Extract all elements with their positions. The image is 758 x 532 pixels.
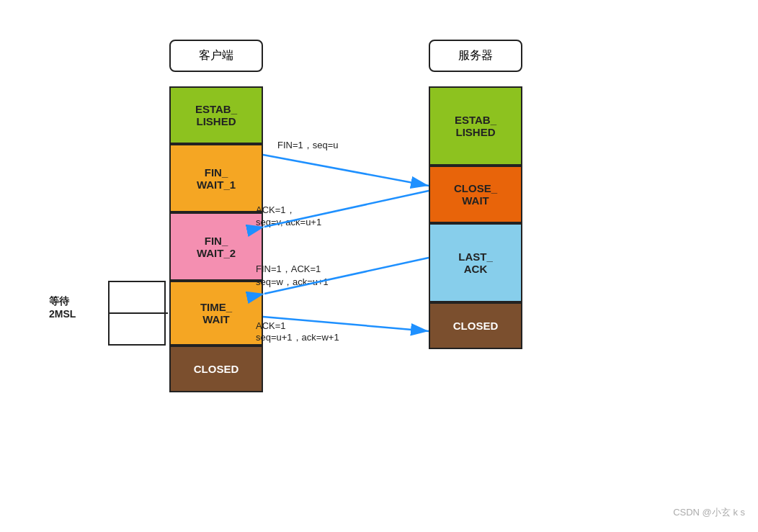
- client-header: 客户端: [169, 40, 263, 72]
- server-closed: CLOSED: [429, 302, 522, 349]
- arrow1-line: [263, 155, 429, 186]
- arrow1-label: FIN=1，seq=u: [277, 139, 339, 152]
- watermark: CSDN @小玄 k s: [673, 506, 745, 519]
- client-fin-wait1: FIN_WAIT_1: [169, 144, 263, 212]
- arrow2-label: ACK=1，seq=v, ack=u+1: [256, 204, 321, 227]
- client-closed: CLOSED: [169, 346, 263, 392]
- client-time-wait: TIME_WAIT: [169, 281, 263, 346]
- diagram-container: 客户端 ESTAB_LISHED FIN_WAIT_1 FIN_WAIT_2 T…: [0, 0, 758, 532]
- client-established: ESTAB_LISHED: [169, 86, 263, 144]
- arrow3-label: FIN=1，ACK=1seq=w，ack=u+1: [256, 263, 329, 289]
- server-header: 服务器: [429, 40, 522, 72]
- server-close-wait: CLOSE_WAIT: [429, 166, 522, 223]
- wait-label: 等待2MSL: [49, 295, 76, 320]
- server-established: ESTAB_LISHED: [429, 86, 522, 166]
- msl-bracket: [108, 281, 166, 346]
- server-last-ack: LAST_ACK: [429, 223, 522, 302]
- arrow4-label: ACK=1seq=u+1，ack=w+1: [256, 320, 339, 344]
- arrows-overlay: [0, 0, 758, 532]
- client-fin-wait2: FIN_WAIT_2: [169, 212, 263, 281]
